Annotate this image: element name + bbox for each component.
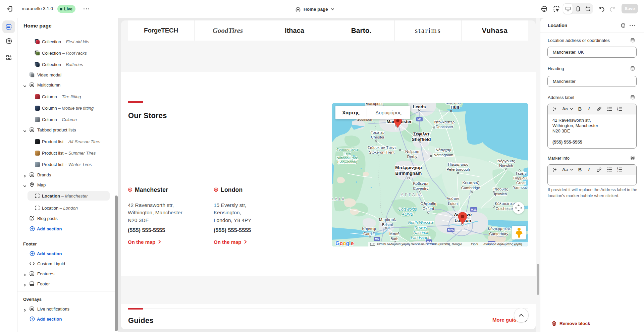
svg-text:Hull: Hull: [450, 105, 459, 110]
svg-text:Luton: Luton: [448, 202, 458, 206]
svg-text:Πίτερμπορο: Πίτερμπορο: [448, 162, 469, 166]
svg-text:M11: M11: [471, 208, 476, 211]
svg-text:Chester: Chester: [371, 135, 384, 139]
svg-text:3: 3: [617, 170, 618, 172]
svg-text:(Snowdonia): (Snowdonia): [337, 160, 357, 164]
svg-text:Κόλτσεστερ: Κόλτσεστερ: [495, 202, 515, 206]
svg-text:3: 3: [617, 110, 618, 111]
svg-text:Νότιγχαμ: Νότιγχαμ: [436, 148, 451, 152]
svg-text:Oxford: Oxford: [423, 207, 434, 211]
svg-text:National: National: [413, 230, 428, 235]
svg-text:Αναφορά σφάλματος χάρτη: Αναφορά σφάλματος χάρτη: [483, 242, 522, 246]
svg-text:Cardiff: Cardiff: [363, 232, 375, 236]
svg-text:Bristol: Bristol: [382, 223, 393, 227]
svg-text:Όροι: Όροι: [471, 242, 478, 246]
svg-text:Σέφιλντ: Σέφιλντ: [413, 131, 430, 136]
svg-text:Κάντερμπερι: Κάντερμπερι: [488, 227, 510, 231]
svg-text:M5: M5: [375, 237, 379, 241]
svg-text:Norwich: Norwich: [499, 164, 513, 168]
svg-text:Δορυφόρος: Δορυφόρος: [375, 110, 401, 115]
svg-text:Λούτον: Λούτον: [447, 197, 459, 201]
svg-text:Yarmouth: Yarmouth: [513, 185, 528, 189]
svg-text:ΑΓΓΛΙΑ: ΑΓΓΛΙΑ: [401, 192, 423, 197]
svg-text:Nottingham: Nottingham: [434, 153, 453, 157]
svg-text:Coventry: Coventry: [413, 186, 428, 190]
svg-text:M1: M1: [417, 118, 422, 121]
svg-text:Τσέστερ: Τσέστερ: [371, 130, 385, 134]
svg-text:Χάρτης: Χάρτης: [342, 110, 360, 115]
svg-text:Ipswich: Ipswich: [494, 192, 507, 196]
svg-text:Great: Great: [516, 181, 526, 185]
svg-text:Οξφόρδη: Οξφόρδη: [421, 202, 436, 206]
svg-text:AONB: AONB: [401, 212, 413, 217]
svg-text:Μπρίστολ: Μπρίστολ: [379, 218, 396, 222]
svg-text:Cotswolds: Cotswolds: [398, 207, 417, 212]
svg-text:e: e: [351, 240, 354, 246]
svg-text:©2025 Δεδομένα χάρτη GeoBasis-: ©2025 Δεδομένα χάρτη GeoBasis-DE/BKG (©2…: [377, 242, 462, 246]
svg-text:Sheffield: Sheffield: [412, 137, 431, 142]
svg-text:Birmingham: Birmingham: [395, 171, 422, 176]
svg-text:North Wessex: North Wessex: [408, 220, 433, 225]
svg-text:Κέιμπριτζ: Κέιμπριτζ: [463, 181, 479, 185]
svg-text:Γιάρμουθ: Γιάρμουθ: [513, 176, 528, 180]
svg-text:Ντόνκαστερ: Ντόνκαστερ: [434, 120, 455, 124]
svg-text:G: G: [335, 240, 340, 246]
svg-text:Canterbury: Canterbury: [489, 232, 508, 236]
svg-text:Στόουκ-ον-Τρεντ: Στόουκ-ον-Τρεντ: [368, 146, 396, 150]
svg-text:Μπέρμινχαμ: Μπέρμινχαμ: [395, 165, 422, 170]
svg-text:Colchester: Colchester: [496, 207, 514, 211]
svg-text:Stoke-on-Trent: Stoke-on-Trent: [369, 150, 395, 154]
svg-text:Ίπσουιτς: Ίπσουιτς: [493, 187, 508, 191]
svg-text:Leeds: Leeds: [413, 104, 426, 109]
svg-text:National Park: National Park: [336, 156, 358, 160]
svg-text:Derby: Derby: [407, 155, 418, 159]
svg-text:Ντέρμπι: Ντέρμπι: [405, 150, 419, 154]
svg-text:Doncaster: Doncaster: [436, 125, 453, 129]
svg-text:Landscape: Landscape: [411, 235, 431, 240]
svg-text:Νόργουιτς: Νόργουιτς: [497, 159, 515, 163]
svg-text:ΛΛΙΑ: ΛΛΙΑ: [332, 197, 346, 202]
svg-text:Cambridge: Cambridge: [461, 186, 480, 190]
svg-text:Peterborough: Peterborough: [446, 167, 470, 171]
svg-text:Blackpool: Blackpool: [366, 103, 382, 106]
svg-text:Downs: Downs: [415, 225, 427, 230]
svg-text:Eryri: Eryri: [343, 152, 351, 156]
svg-text:M25: M25: [448, 228, 454, 232]
svg-text:Κάρντιφ: Κάρντιφ: [362, 227, 376, 231]
svg-text:Σνοουντόνια: Σνοουντόνια: [336, 148, 358, 152]
svg-text:Μπαθ: Μπαθ: [389, 232, 399, 236]
svg-text:Κόβεντρι: Κόβεντρι: [413, 181, 428, 185]
svg-text:Γκρέιτ: Γκρέιτ: [516, 171, 526, 175]
svg-text:Bath: Bath: [390, 237, 398, 241]
